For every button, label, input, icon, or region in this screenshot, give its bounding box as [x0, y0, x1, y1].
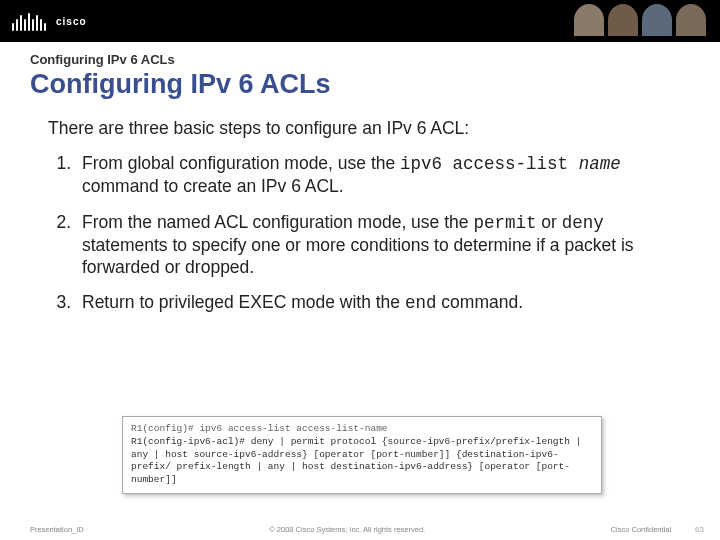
cisco-logo-text: cisco: [56, 16, 87, 27]
step2-text-b: statements to specify one or more condit…: [82, 235, 634, 277]
footer-presentation-id: Presentation_ID: [30, 525, 84, 534]
step3-text-a: Return to privileged EXEC mode with the: [82, 292, 405, 312]
syntax-line1: R1(config)# ipv6 access-list access-list…: [131, 423, 593, 436]
header-banner: cisco: [0, 0, 720, 42]
syntax-line2: R1(config-ipv6-acl)# deny | permit proto…: [131, 436, 593, 487]
step2-command-permit: permit: [473, 213, 536, 233]
steps-list: From global configuration mode, use the …: [76, 153, 690, 315]
cisco-logo-bars: [12, 11, 46, 31]
footer: Presentation_ID © 2008 Cisco Systems, In…: [0, 525, 720, 534]
intro-text: There are three basic steps to configure…: [48, 118, 690, 139]
step1-command: ipv6 access-list: [400, 154, 568, 174]
slide-content: Configuring IPv 6 ACLs Configuring IPv 6…: [0, 42, 720, 315]
section-label: Configuring IPv 6 ACLs: [30, 52, 690, 67]
cisco-logo: cisco: [12, 11, 87, 31]
list-item: From the named ACL configuration mode, u…: [76, 212, 670, 279]
banner-people-image: [574, 4, 706, 36]
footer-page-number: 63: [695, 525, 704, 534]
list-item: From global configuration mode, use the …: [76, 153, 670, 198]
step2-command-deny: deny: [562, 213, 604, 233]
step1-text-a: From global configuration mode, use the: [82, 153, 400, 173]
step2-text-a: From the named ACL configuration mode, u…: [82, 212, 473, 232]
footer-confidential: Cisco Confidential: [611, 525, 671, 534]
syntax-card: R1(config)# ipv6 access-list access-list…: [122, 416, 602, 494]
step1-arg: name: [568, 154, 621, 174]
step3-text-b: command.: [436, 292, 523, 312]
step1-text-b: command to create an IPv 6 ACL.: [82, 176, 344, 196]
step2-mid: or: [536, 212, 561, 232]
slide-title: Configuring IPv 6 ACLs: [30, 69, 690, 100]
list-item: Return to privileged EXEC mode with the …: [76, 292, 670, 315]
step3-command: end: [405, 293, 437, 313]
footer-copyright: © 2008 Cisco Systems, Inc. All rights re…: [84, 525, 611, 534]
